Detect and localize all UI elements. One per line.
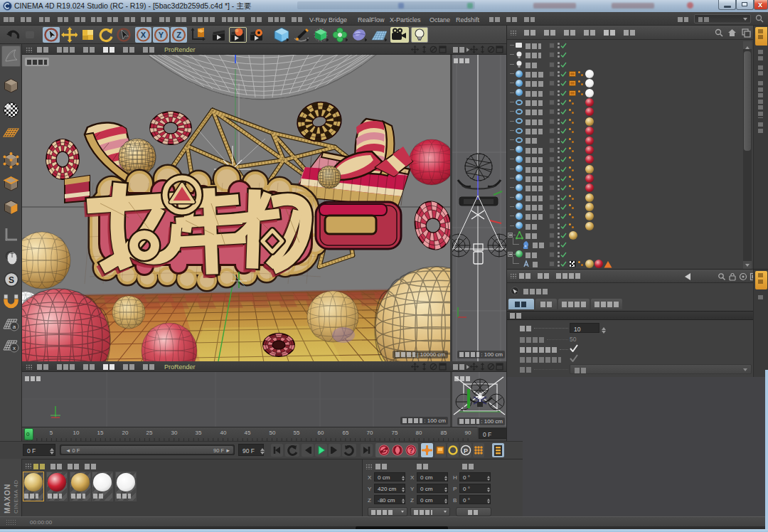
svg-text:50: 50 — [270, 430, 276, 436]
svg-text:CINEMA 4D: CINEMA 4D — [13, 479, 19, 514]
svg-text:X: X — [141, 31, 146, 39]
svg-text:?: ? — [409, 447, 413, 454]
svg-text:85: 85 — [441, 430, 447, 436]
svg-text:30: 30 — [171, 430, 178, 436]
svg-text:a: a — [13, 324, 16, 330]
svg-text:10: 10 — [73, 430, 80, 436]
svg-text:x: x — [13, 345, 16, 351]
svg-text:20: 20 — [122, 430, 129, 436]
svg-text:60: 60 — [318, 430, 324, 436]
svg-text:Z: Z — [176, 31, 181, 39]
svg-text:70: 70 — [367, 430, 373, 436]
svg-text:90: 90 — [465, 430, 471, 436]
svg-text:MAXON: MAXON — [4, 484, 11, 514]
svg-text:40: 40 — [220, 430, 227, 436]
svg-text:65: 65 — [343, 430, 349, 436]
svg-text:80: 80 — [416, 430, 422, 436]
svg-text:25: 25 — [146, 430, 153, 436]
svg-text:75: 75 — [392, 430, 398, 436]
svg-text:35: 35 — [196, 430, 202, 436]
svg-text:S: S — [9, 275, 14, 285]
svg-text:Y: Y — [159, 31, 164, 39]
svg-text:15: 15 — [97, 430, 104, 436]
svg-text:55: 55 — [294, 430, 300, 436]
svg-text:45: 45 — [245, 430, 251, 436]
svg-text:P: P — [464, 447, 468, 454]
svg-text:5: 5 — [50, 430, 53, 436]
